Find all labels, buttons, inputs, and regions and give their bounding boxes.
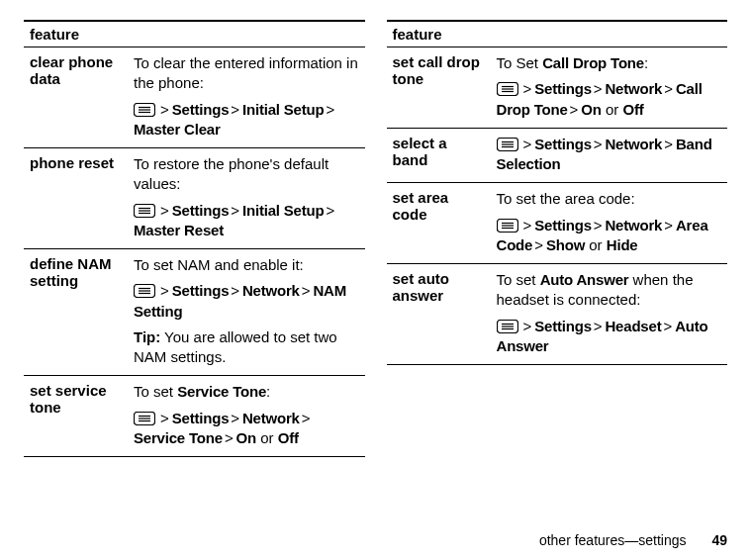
menu-key-icon [134, 103, 155, 117]
menu-path: > Settings> Initial Setup> Master Reset [134, 201, 359, 241]
breadcrumb-separator: > [661, 318, 674, 334]
option-separator: or [585, 236, 607, 253]
breadcrumb-separator: > [592, 136, 605, 152]
feature-name: select a band [387, 128, 491, 183]
path-segment: Network [242, 282, 300, 299]
feature-description: To set Auto Answer when the headset is c… [491, 264, 728, 365]
breadcrumb-separator: > [300, 282, 313, 299]
table-header-feature: feature [387, 21, 728, 47]
table-header-feature: feature [24, 21, 365, 47]
breadcrumb-separator: > [662, 80, 675, 97]
right-table: feature set call drop toneTo Set Call Dr… [387, 20, 728, 365]
path-segment: Headset [605, 318, 661, 334]
menu-key-icon [497, 82, 518, 96]
menu-key-icon [134, 284, 155, 298]
breadcrumb-separator: > [300, 410, 313, 426]
path-segment: Initial Setup [242, 101, 324, 118]
path-segment: Settings [172, 101, 230, 118]
menu-path: > Settings> Initial Setup> Master Clear [134, 100, 359, 140]
breadcrumb-separator: > [592, 318, 605, 334]
menu-path: > Settings> Network> Service Tone> On or… [134, 409, 359, 449]
breadcrumb-separator: > [521, 217, 534, 233]
feature-description: To Set Call Drop Tone:> Settings> Networ… [491, 47, 728, 129]
intro-text: To restore the phone's default values: [134, 154, 359, 195]
breadcrumb-separator: > [158, 101, 171, 118]
intro-text: To set Auto Answer when the headset is c… [497, 270, 722, 311]
path-option: Off [622, 101, 643, 118]
feature-name: phone reset [24, 148, 128, 249]
columns: feature clear phone dataTo clear the ent… [24, 20, 727, 516]
intro-text: To set NAM and enable it: [134, 255, 359, 275]
path-segment: Network [242, 410, 300, 426]
table-row: set call drop toneTo Set Call Drop Tone:… [387, 47, 728, 129]
breadcrumb-separator: > [158, 410, 171, 426]
breadcrumb-separator: > [229, 101, 241, 118]
menu-path: > Settings> Network> NAM Setting [134, 281, 359, 322]
breadcrumb-separator: > [158, 202, 171, 219]
path-segment: Settings [534, 318, 592, 334]
breadcrumb-separator: > [521, 80, 534, 97]
menu-key-icon [134, 412, 155, 425]
path-option: On [236, 429, 256, 446]
feature-description: To restore the phone's default values:> … [128, 148, 365, 249]
breadcrumb-separator: > [592, 217, 605, 233]
feature-name: set area code [387, 183, 491, 264]
path-segment: Master Clear [134, 121, 221, 138]
path-segment: Settings [534, 136, 592, 152]
path-segment: Settings [172, 410, 230, 426]
table-row: phone resetTo restore the phone's defaul… [24, 148, 365, 249]
intro-text: To Set Call Drop Tone: [497, 53, 722, 73]
feature-description: > Settings> Network> Band Selection [491, 128, 728, 183]
path-option: Hide [607, 236, 638, 253]
breadcrumb-separator: > [662, 136, 675, 152]
option-separator: or [602, 101, 623, 118]
table-row: clear phone dataTo clear the entered inf… [24, 47, 365, 148]
path-segment: Network [605, 136, 662, 152]
menu-path: > Settings> Network> Call Drop Tone> On … [497, 79, 722, 120]
breadcrumb-separator: > [229, 282, 241, 299]
tip-text: Tip: You are allowed to set two NAM sett… [134, 327, 359, 368]
path-segment: Settings [534, 217, 592, 233]
menu-path: > Settings> Network> Area Code> Show or … [497, 216, 722, 256]
menu-path: > Settings> Network> Band Selection [497, 135, 722, 175]
breadcrumb-separator: > [521, 136, 534, 152]
intro-bold: Call Drop Tone [542, 54, 644, 71]
path-segment: Service Tone [134, 429, 223, 446]
menu-key-icon [497, 320, 518, 333]
breadcrumb-separator: > [158, 282, 171, 299]
left-column: feature clear phone dataTo clear the ent… [24, 20, 365, 457]
table-row: set auto answerTo set Auto Answer when t… [387, 264, 728, 365]
path-segment: Settings [172, 282, 230, 299]
menu-path: > Settings> Headset> Auto Answer [497, 317, 722, 357]
left-table: feature clear phone dataTo clear the ent… [24, 20, 365, 457]
breadcrumb-separator: > [229, 202, 241, 219]
feature-name: clear phone data [24, 47, 128, 148]
path-option: On [581, 101, 601, 118]
breadcrumb-separator: > [324, 202, 336, 219]
feature-description: To set Service Tone:> Settings> Network>… [128, 376, 365, 457]
feature-name: set service tone [24, 376, 128, 457]
page-number: 49 [711, 532, 727, 548]
table-row: define NAM settingTo set NAM and enable … [24, 249, 365, 376]
table-row: select a band> Settings> Network> Band S… [387, 128, 728, 183]
tip-label: Tip: [134, 328, 160, 345]
feature-name: define NAM setting [24, 249, 128, 376]
option-separator: or [256, 429, 278, 446]
menu-key-icon [134, 204, 155, 218]
intro-text: To set Service Tone: [134, 382, 359, 402]
path-segment: Network [605, 217, 662, 233]
path-segment: Initial Setup [242, 202, 324, 219]
intro-bold: Service Tone [177, 383, 266, 400]
path-option: Show [546, 236, 585, 253]
feature-description: To set NAM and enable it:> Settings> Net… [128, 249, 365, 376]
intro-bold: Auto Answer [540, 271, 629, 288]
breadcrumb-separator: > [568, 101, 581, 118]
breadcrumb-separator: > [223, 429, 235, 446]
menu-key-icon [497, 138, 518, 151]
breadcrumb-separator: > [521, 318, 534, 334]
page-footer: other features—settings 49 [24, 516, 727, 548]
breadcrumb-separator: > [324, 101, 336, 118]
path-option: Off [278, 429, 299, 446]
path-segment: Master Reset [134, 222, 224, 238]
table-row: set service toneTo set Service Tone:> Se… [24, 376, 365, 457]
